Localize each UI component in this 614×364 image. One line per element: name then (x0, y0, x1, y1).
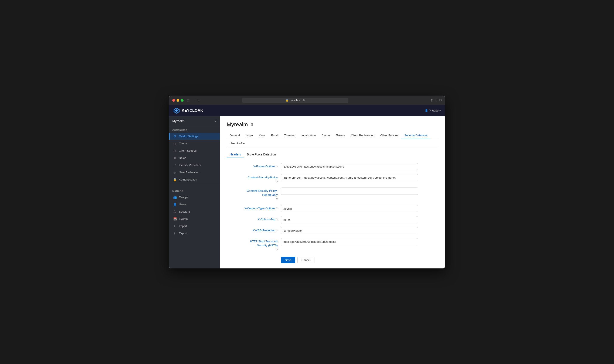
address-bar[interactable]: 🔒 localhost ↻ (242, 98, 348, 103)
tab-security-defenses[interactable]: Security Defenses (401, 132, 431, 139)
x-robots-tag-label: X-Robots-Tag ? (227, 216, 278, 221)
new-tab-button[interactable]: + (435, 98, 437, 102)
csp-row: Content-Security-Policy ? (227, 174, 418, 184)
csp-report-only-help-icon[interactable]: ? (276, 197, 278, 201)
csp-report-only-row: Content-Security-Policy-Report-Only ? (227, 188, 418, 201)
sidebar-item-events[interactable]: 📅 Events (169, 216, 220, 222)
manage-section-label: Manage (169, 187, 220, 194)
sub-tab-headers[interactable]: Headers (227, 151, 244, 158)
tab-keys[interactable]: Keys (256, 132, 268, 139)
nav-forward-button[interactable]: › (197, 98, 200, 103)
maximize-button[interactable] (181, 99, 183, 102)
tab-general[interactable]: General (227, 132, 243, 139)
share-button[interactable]: ⬆ (431, 98, 433, 102)
user-icon: 👤 (425, 109, 428, 112)
user-chevron-icon: ▾ (439, 109, 441, 112)
csp-report-only-label-text: Content-Security-Policy-Report-Only (247, 189, 278, 197)
form-actions: Save Cancel (227, 257, 418, 263)
nav-back-button[interactable]: ‹ (194, 98, 196, 103)
x-xss-protection-input[interactable] (281, 227, 418, 234)
realm-chevron-icon: ∨ (215, 119, 217, 122)
sidebar-item-authentication[interactable]: 🔒 Authentication (169, 176, 220, 183)
browser-chrome: ⊡ ‹ › 🔒 localhost ↻ ⬆ + ⧉ (169, 96, 445, 105)
sidebar-item-realm-settings[interactable]: ⚙ Realm Settings (169, 133, 220, 140)
realm-settings-icon: ⚙ (173, 135, 177, 138)
keycloak-logo: KEYCLOAK (173, 107, 203, 114)
browser-nav: ‹ › (194, 98, 200, 103)
user-federation-icon: ⊗ (173, 171, 177, 174)
delete-realm-icon[interactable]: 🗑 (250, 123, 253, 126)
hsts-help-icon[interactable]: ? (276, 248, 278, 252)
x-frame-options-input[interactable] (281, 163, 418, 170)
sidebar-item-users[interactable]: 👤 Users (169, 201, 220, 208)
hsts-label-text: HTTP Strict TransportSecurity (HSTS) (250, 240, 278, 248)
user-menu[interactable]: 👤 P. Rupp ▾ (425, 109, 441, 112)
hsts-input[interactable] (281, 238, 418, 245)
sidebar-item-groups[interactable]: 👥 Groups (169, 194, 220, 201)
x-frame-options-label: X-Frame-Options ? (227, 163, 278, 169)
csp-label-text: Content-Security-Policy (248, 176, 278, 180)
page-title-row: Myrealm 🗑 (227, 121, 438, 128)
tab-login[interactable]: Login (243, 132, 256, 139)
sub-tab-brute-force[interactable]: Brute Force Detection (244, 151, 279, 158)
x-content-type-options-input[interactable] (281, 205, 418, 212)
realm-name: Myrealm (172, 119, 185, 123)
x-frame-options-help-icon[interactable]: ? (276, 165, 278, 169)
x-robots-tag-input[interactable] (281, 216, 418, 223)
csp-input[interactable] (281, 174, 418, 181)
save-button[interactable]: Save (281, 257, 295, 263)
roles-icon: ≡ (173, 156, 177, 160)
identity-providers-icon: ⇄ (173, 164, 177, 167)
sidebar-toggle-button[interactable]: ⊡ (186, 98, 190, 102)
sidebar-item-client-scopes[interactable]: ⊞ Client Scopes (169, 147, 220, 154)
content-area: Myrealm 🗑 General Login Keys Email Theme… (220, 116, 445, 268)
tab-localization[interactable]: Localization (298, 132, 319, 139)
x-xss-protection-label: X-XSS-Protection ? (227, 227, 278, 233)
x-xss-protection-help-icon[interactable]: ? (276, 229, 278, 233)
import-icon: ⬇ (173, 224, 177, 228)
sidebar-item-import[interactable]: ⬇ Import (169, 223, 220, 230)
browser-actions: ⬆ + ⧉ (431, 98, 442, 102)
x-xss-protection-row: X-XSS-Protection ? (227, 227, 418, 234)
tab-client-registration[interactable]: Client Registration (348, 132, 377, 139)
x-content-type-options-help-icon[interactable]: ? (276, 207, 278, 210)
clients-icon: ◻ (173, 142, 177, 145)
sessions-icon: ⏱ (173, 210, 177, 213)
users-icon: 👤 (173, 203, 177, 206)
tab-themes[interactable]: Themes (281, 132, 298, 139)
tabs-button[interactable]: ⧉ (439, 98, 442, 102)
sidebar-item-roles-label: Roles (179, 156, 186, 159)
minimize-button[interactable] (177, 99, 179, 102)
client-scopes-icon: ⊞ (173, 149, 177, 153)
configure-section-label: Configure (169, 126, 220, 133)
cancel-button[interactable]: Cancel (298, 257, 314, 263)
realm-selector[interactable]: Myrealm ∨ (169, 116, 220, 126)
reload-icon[interactable]: ↻ (303, 99, 305, 102)
tab-cache[interactable]: Cache (319, 132, 333, 139)
sidebar: Myrealm ∨ Configure ⚙ Realm Settings ◻ C… (169, 116, 220, 268)
authentication-icon: 🔒 (173, 178, 177, 181)
csp-help-icon[interactable]: ? (276, 180, 278, 184)
tab-user-profile[interactable]: User Profile (227, 140, 248, 147)
csp-report-only-input[interactable] (281, 188, 418, 195)
sidebar-item-export-label: Export (179, 232, 187, 235)
sidebar-item-clients[interactable]: ◻ Clients (169, 140, 220, 147)
sidebar-item-groups-label: Groups (179, 195, 188, 199)
close-button[interactable] (172, 99, 175, 102)
x-robots-tag-help-icon[interactable]: ? (276, 218, 278, 221)
browser-window: ⊡ ‹ › 🔒 localhost ↻ ⬆ + ⧉ KEYCLOAK 👤 (169, 96, 445, 268)
tab-tokens[interactable]: Tokens (333, 132, 348, 139)
sidebar-item-identity-providers-label: Identity Providers (179, 164, 201, 167)
sidebar-item-sessions[interactable]: ⏱ Sessions (169, 208, 220, 215)
hsts-label: HTTP Strict TransportSecurity (HSTS) ? (227, 238, 278, 252)
sub-tabs: Headers Brute Force Detection (227, 151, 438, 158)
sidebar-item-roles[interactable]: ≡ Roles (169, 155, 220, 161)
sidebar-item-clients-label: Clients (179, 142, 188, 145)
keycloak-logo-icon (173, 107, 180, 114)
sidebar-item-identity-providers[interactable]: ⇄ Identity Providers (169, 162, 220, 169)
sidebar-item-export[interactable]: ⬆ Export (169, 230, 220, 237)
tab-email[interactable]: Email (268, 132, 281, 139)
user-label: P. Rupp (429, 109, 439, 112)
sidebar-item-user-federation[interactable]: ⊗ User Federation (169, 169, 220, 176)
tab-client-policies[interactable]: Client Policies (377, 132, 401, 139)
